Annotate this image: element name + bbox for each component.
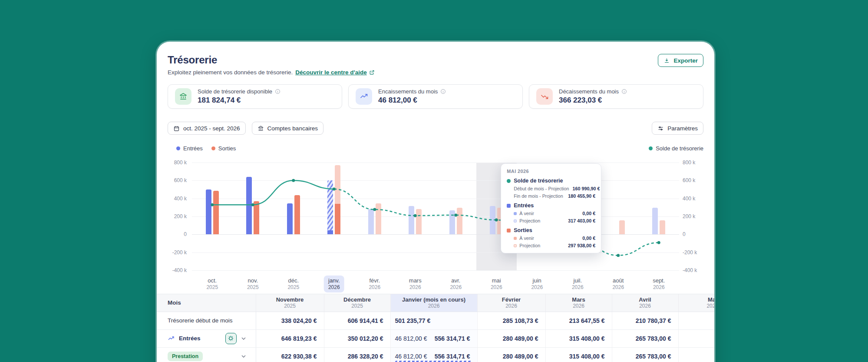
chevron-down-icon[interactable] [240,353,247,360]
page-header: Trésorerie Exploitez pleinement vos donn… [157,42,714,76]
solde-point[interactable] [454,213,457,216]
solde-point[interactable] [495,219,498,222]
table-cell [678,329,714,347]
table-cell: 315 408,00 € [545,329,612,347]
solde-point[interactable] [535,229,538,232]
x-axis-month-déc: déc.2025 [283,276,304,292]
y-axis-tick: 400 k [168,196,187,202]
sorties-dot-icon [211,146,215,150]
x-axis-month-oct: oct.2025 [202,276,222,292]
column-header-mois: Mois [157,294,256,312]
bank-icon [257,125,264,132]
kpi-solde-disponible: Solde de trésorerie disponible 181 824,7… [168,84,342,109]
x-axis-month-mars: mars2026 [405,276,426,292]
table-cell: 622 930,38 € [256,347,324,362]
trend-up-icon [356,88,372,105]
y-axis-tick: 200 k [168,213,187,219]
y-axis-tick: 600 k [168,177,187,183]
x-axis-month-févr: févr.2026 [364,276,385,292]
table-cell: 285 108,73 € [477,312,545,329]
gear-icon [228,335,234,342]
solde-point[interactable] [211,203,214,206]
chevron-down-icon[interactable] [240,335,247,342]
y-axis-tick: 600 k [681,177,703,183]
solde-point[interactable] [617,254,620,257]
info-icon[interactable] [440,89,446,94]
table-row: Prestation622 930,38 €286 328,20 €46 812… [157,347,714,362]
y-axis-tick: -200 k [168,249,187,256]
table-cell [678,347,714,362]
row-label-entrees[interactable]: Entrées [157,329,256,347]
page-subtitle: Exploitez pleinement vos données de trés… [168,69,375,76]
y-axis-tick: 400 k [681,196,703,202]
subtitle-text: Exploitez pleinement vos données de trés… [168,69,293,76]
kpi-value: 46 812,00 € [378,96,446,105]
kpi-label: Solde de trésorerie disponible [198,88,281,95]
info-icon[interactable] [275,89,281,94]
x-axis-month-juin: juin2026 [527,276,547,292]
solde-point[interactable] [576,239,579,242]
solde-point[interactable] [251,203,254,206]
settings-button[interactable]: Paramètres [652,122,703,135]
column-header-janvier: Janvier (mois en cours)2026 [390,294,477,312]
table-cell: 280 489,00 € [477,347,545,362]
y-axis-tick: -400 k [168,267,187,273]
help-center-link[interactable]: Découvrir le centre d'aide [295,69,375,76]
solde-point[interactable] [373,208,376,211]
table-cell: 265 783,00 € [612,347,678,362]
cashflow-chart: Entrées Sorties Solde de trésorerie MAI … [168,145,703,289]
solde-line[interactable] [192,163,679,270]
chart-legend-bars: Entrées Sorties [176,145,236,152]
table-cell [678,312,714,329]
gridline [192,270,679,271]
solde-point[interactable] [414,214,417,217]
table-row: Entrées646 819,23 €350 012,20 €46 812,00… [157,329,714,347]
x-axis-month-mai: mai2026 [486,276,507,292]
y-axis-tick: 200 k [681,213,703,219]
legend-sorties[interactable]: Sorties [211,145,236,152]
date-range-button[interactable]: oct. 2025 - sept. 2026 [168,122,246,135]
table-cell: 606 914,41 € [324,312,390,329]
row-settings-button[interactable] [225,333,237,344]
calendar-icon [173,125,180,132]
table-cell: 501 235,77 € [390,312,477,329]
x-axis-month-nov: nov.2025 [243,276,263,292]
x-axis-month-sept: sept.2026 [648,276,669,292]
kpi-label: Décaissements du mois [559,88,627,95]
x-axis-month-juil: juil.2026 [568,276,588,292]
solde-point[interactable] [333,187,336,190]
column-header-décembre: Décembre2025 [324,294,390,312]
y-axis-tick: -200 k [681,249,703,256]
column-header-mai: Mai2026 [678,294,714,312]
bank-accounts-button[interactable]: Comptes bancaires [252,122,323,135]
x-axis-month-août: août2026 [608,276,628,292]
kpi-row: Solde de trésorerie disponible 181 824,7… [168,84,703,109]
x-axis-month-janv: janv.2026 [324,276,344,292]
column-header-mars: Mars2026 [545,294,612,312]
table-cell: 210 780,37 € [612,312,678,329]
legend-entrees[interactable]: Entrées [176,145,203,152]
sliders-icon [657,125,664,132]
treasury-panel: Trésorerie Exploitez pleinement vos donn… [157,42,714,362]
y-axis-tick: -400 k [681,267,703,273]
y-axis-tick: 800 k [168,159,187,166]
table-cell: 338 024,20 € [256,312,324,329]
solde-point[interactable] [292,179,295,182]
monthly-table: MoisNovembre2025Décembre2025Janvier (moi… [157,294,714,362]
external-link-icon [369,70,375,75]
row-label-tresorerie-debut: Trésorerie début de mois [157,312,256,329]
table-cell: 350 012,20 € [324,329,390,347]
table-cell: 280 489,00 € [477,329,545,347]
solde-point[interactable] [657,241,660,244]
entrees-dot-icon [176,146,180,150]
kpi-decaissements: Décaissements du mois 366 223,03 € [529,84,703,109]
category-tag[interactable]: Prestation [168,352,203,361]
y-axis-tick: 0 [681,231,703,237]
column-header-février: Février2026 [477,294,545,312]
table-cell: 46 812,00 €556 314,71 € [390,329,477,347]
row-label-prestation[interactable]: Prestation [157,347,256,362]
legend-solde[interactable]: Solde de trésorerie [649,145,703,152]
table-cell: 46 812,00 €556 314,71 € [390,347,477,362]
export-button[interactable]: Exporter [658,54,703,67]
info-icon[interactable] [621,89,627,94]
